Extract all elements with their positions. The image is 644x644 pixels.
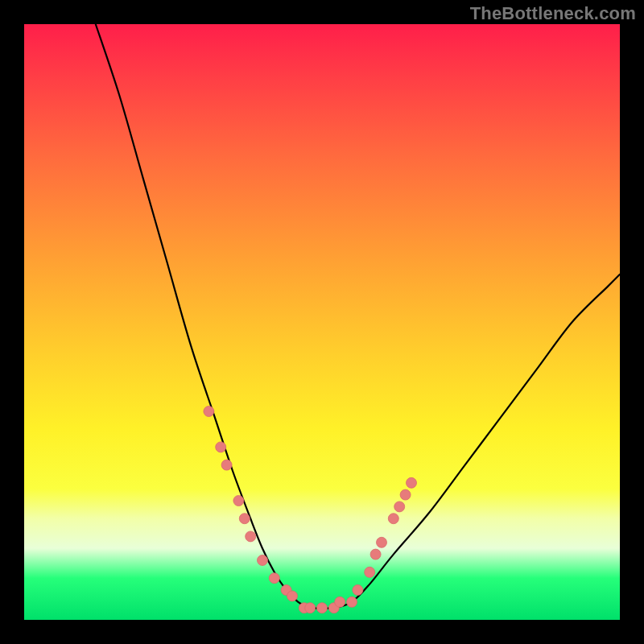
curve-marker (204, 407, 214, 417)
curve-marker (233, 496, 244, 506)
curve-marker (353, 585, 363, 596)
chart-stage: TheBottleneck.com (0, 0, 644, 644)
curve-marker (377, 537, 387, 547)
curve-markers (204, 407, 417, 613)
curve-marker (269, 573, 279, 584)
curve-marker (400, 489, 411, 500)
curve-marker (317, 603, 328, 613)
curve-marker (394, 502, 405, 512)
curve-marker (246, 531, 256, 542)
curve-marker (335, 597, 345, 607)
curve-marker (388, 514, 398, 524)
curve-marker (258, 555, 268, 566)
curve-marker (365, 567, 375, 577)
watermark-text: TheBottleneck.com (470, 3, 636, 24)
plot-area (24, 24, 620, 620)
curve-marker (370, 549, 381, 559)
chart-svg (24, 24, 620, 620)
curve-marker (347, 597, 357, 607)
curve-marker (287, 591, 298, 601)
curve-marker (216, 442, 226, 452)
curve-marker (221, 460, 232, 470)
curve-marker (407, 477, 417, 488)
curve-marker (305, 603, 316, 613)
bottleneck-curve (96, 24, 620, 609)
curve-marker (239, 514, 250, 524)
